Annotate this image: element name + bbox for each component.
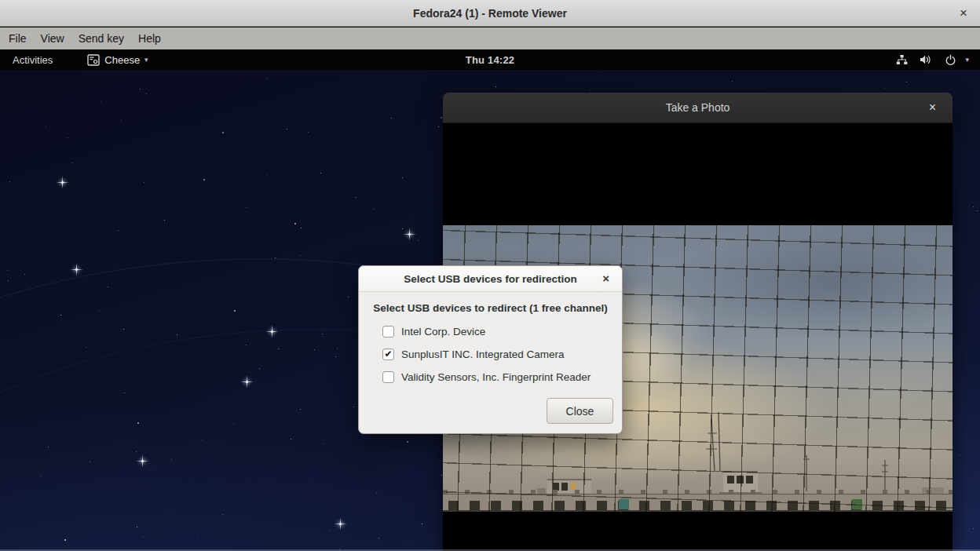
device-label: SunplusIT INC. Integrated Camera (401, 348, 565, 360)
remote-viewer-titlebar[interactable]: Fedora24 (1) - Remote Viewer × (0, 0, 980, 27)
menu-send-key[interactable]: Send key (71, 29, 131, 48)
photo-window-title: Take a Photo (666, 101, 730, 114)
dialog-titlebar[interactable]: Select USB devices for redirection × (359, 266, 622, 292)
close-button[interactable]: Close (547, 398, 613, 424)
bright-star (408, 233, 411, 235)
bright-star (61, 181, 64, 184)
device-label: Validity Sensors, Inc. Fingerprint Reade… (401, 371, 591, 383)
clock[interactable]: Thu 14:22 (466, 54, 514, 66)
remote-viewer-menubar: File View Send key Help (0, 27, 980, 49)
dialog-heading: Select USB devices to redirect (1 free c… (367, 302, 614, 314)
menu-help[interactable]: Help (131, 29, 168, 48)
power-icon (945, 54, 956, 66)
usb-redirect-dialog: Select USB devices for redirection × Sel… (358, 265, 623, 434)
chevron-down-icon: ▾ (965, 56, 969, 64)
device-label: Intel Corp. Device (401, 326, 485, 338)
dialog-title: Select USB devices for redirection (404, 273, 577, 285)
gnome-topbar: Activities Cheese ▾ Thu 14:22 (0, 49, 980, 70)
app-menu-cheese[interactable]: Cheese ▾ (84, 54, 151, 66)
bright-star (246, 381, 248, 383)
device-row[interactable]: ✔ SunplusIT INC. Integrated Camera (382, 343, 622, 366)
activities-button[interactable]: Activities (9, 54, 56, 66)
window-title: Fedora24 (1) - Remote Viewer (413, 7, 567, 20)
checkbox[interactable]: ✔ (382, 348, 394, 360)
screen: Fedora24 (1) - Remote Viewer × File View… (0, 0, 980, 551)
checkbox[interactable]: ✔ (382, 371, 394, 383)
bright-star (339, 523, 342, 525)
menu-file[interactable]: File (2, 29, 34, 48)
device-row[interactable]: ✔ Intel Corp. Device (382, 320, 622, 343)
bright-star (271, 330, 273, 333)
checkbox[interactable]: ✔ (382, 326, 394, 338)
cheese-icon (87, 54, 100, 66)
bright-star (141, 460, 144, 462)
menu-view[interactable]: View (34, 29, 71, 48)
checkmark-icon: ✔ (384, 348, 392, 359)
system-status-area[interactable]: ▾ (896, 49, 969, 70)
close-icon[interactable]: × (925, 100, 940, 115)
volume-icon (920, 54, 933, 65)
close-icon[interactable]: × (955, 4, 972, 20)
app-menu-label: Cheese (104, 54, 140, 66)
network-icon (896, 54, 908, 65)
bright-star (75, 268, 78, 271)
chevron-down-icon: ▾ (144, 56, 148, 64)
device-row[interactable]: ✔ Validity Sensors, Inc. Fingerprint Rea… (382, 366, 622, 389)
photo-window-titlebar[interactable]: Take a Photo × (443, 93, 953, 123)
close-icon[interactable]: × (599, 271, 612, 286)
